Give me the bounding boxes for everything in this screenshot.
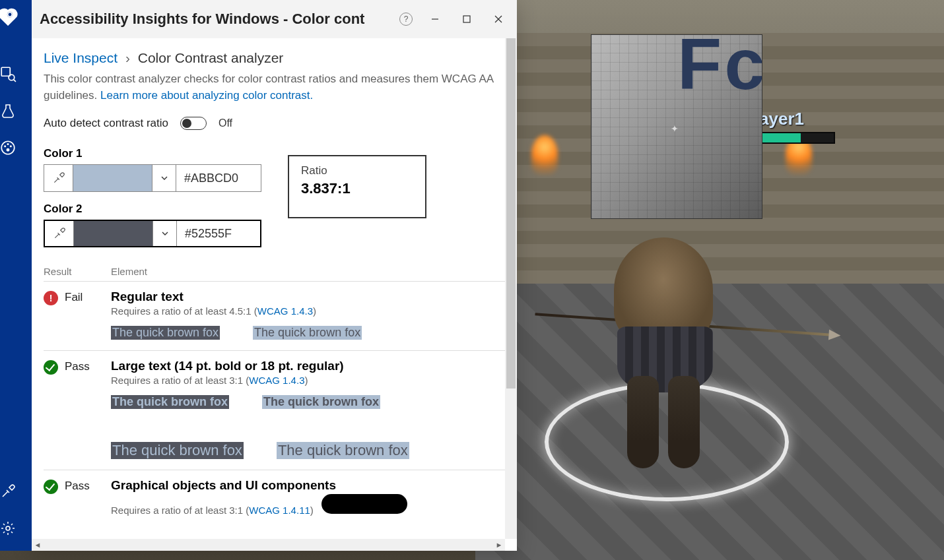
crosshair-icon: ✦: [671, 123, 679, 134]
player-hud: ayer1: [759, 109, 835, 144]
vertical-scrollbar[interactable]: [505, 38, 517, 539]
scroll-left-arrow-icon[interactable]: ◄: [32, 541, 44, 549]
sample-text: The quick brown fox: [262, 395, 380, 409]
sidebar-item-test[interactable]: [0, 96, 22, 125]
result-requirement: Requires a ratio of at least 3:1 (WCAG 1…: [111, 375, 506, 386]
result-row: ! Fail Regular text Requires a ratio of …: [44, 281, 506, 350]
close-button[interactable]: [485, 9, 512, 29]
result-status: Fail: [65, 291, 83, 304]
result-row: Pass Large text (14 pt. bold or 18 pt. r…: [44, 350, 506, 470]
sample-text: The quick brown fox: [111, 395, 229, 409]
content-area: Live Inspect › Color Contrast analyzer T…: [32, 38, 517, 551]
color1-swatch[interactable]: [73, 165, 152, 191]
minimize-button[interactable]: [422, 9, 448, 29]
breadcrumb-current: Color Contrast analyzer: [138, 50, 284, 65]
svg-point-8: [7, 143, 9, 145]
svg-rect-3: [1, 67, 10, 76]
magnified-text: Fc: [677, 34, 762, 106]
result-element-name: Graphical objects and UI components: [111, 478, 506, 493]
learn-more-link[interactable]: Learn more about analyzing color contras…: [100, 89, 313, 102]
color2-block: Color 2 #52555F: [44, 202, 261, 247]
redacted-pill: [321, 494, 407, 514]
auto-detect-row: Auto detect contrast ratio Off: [44, 117, 506, 130]
sample-text: The quick brown fox: [253, 326, 362, 340]
ratio-label: Ratio: [301, 164, 413, 177]
result-requirement: Requires a ratio of at least 3:1 (WCAG 1…: [111, 494, 506, 516]
titlebar: Accessibility Insights for Windows - Col…: [32, 0, 517, 38]
result-status: Pass: [65, 360, 90, 373]
sidebar-item-color-contrast[interactable]: [0, 133, 22, 162]
horizontal-scrollbar[interactable]: ◄ ►: [32, 539, 505, 551]
auto-detect-label: Auto detect contrast ratio: [44, 117, 168, 130]
result-row: Pass Graphical objects and UI components…: [44, 470, 506, 526]
help-icon[interactable]: ?: [399, 13, 413, 26]
svg-line-5: [14, 80, 16, 82]
player-character: [581, 211, 746, 468]
pass-icon: [44, 480, 58, 494]
auto-detect-toggle[interactable]: [180, 117, 207, 130]
results-header-row: Result Element: [44, 266, 506, 281]
maximize-button[interactable]: [454, 9, 480, 29]
sidebar-item-settings[interactable]: [0, 514, 22, 543]
pass-icon: [44, 360, 58, 375]
svg-point-9: [10, 145, 12, 147]
color2-hex-input[interactable]: #52555F: [177, 221, 260, 246]
app-window: Accessibility Insights for Windows - Col…: [32, 0, 517, 551]
header-element: Element: [111, 266, 506, 277]
scroll-right-arrow-icon[interactable]: ►: [493, 541, 505, 549]
color1-label: Color 1: [44, 147, 261, 160]
ratio-value: 3.837:1: [301, 180, 413, 197]
fail-icon: !: [44, 291, 58, 305]
results-table: Result Element ! Fail Regular text Requi…: [44, 266, 506, 526]
svg-rect-13: [463, 16, 470, 22]
sidebar: [0, 0, 32, 551]
header-result: Result: [44, 266, 111, 277]
color2-swatch[interactable]: [74, 221, 153, 246]
auto-detect-state: Off: [219, 117, 232, 129]
window-title: Accessibility Insights for Windows - Col…: [40, 11, 395, 28]
player-health-bar: [759, 132, 835, 144]
sample-text: The quick brown fox: [111, 326, 220, 340]
svg-point-4: [9, 75, 15, 80]
svg-point-10: [7, 148, 10, 152]
svg-point-11: [6, 526, 10, 530]
breadcrumb: Live Inspect › Color Contrast analyzer: [44, 50, 506, 66]
description-text: This color contrast analyzer checks for …: [44, 71, 506, 104]
color2-picker: #52555F: [44, 220, 261, 247]
result-element-name: Regular text: [111, 290, 506, 304]
breadcrumb-root-link[interactable]: Live Inspect: [44, 50, 118, 65]
chevron-right-icon: ›: [125, 50, 130, 65]
result-element-name: Large text (14 pt. bold or 18 pt. regula…: [111, 359, 506, 373]
ratio-box: Ratio 3.837:1: [288, 155, 426, 218]
color1-dropdown-button[interactable]: [152, 165, 176, 191]
result-requirement: Requires a ratio of at least 4.5:1 (WCAG…: [111, 305, 506, 317]
color1-block: Color 1 #ABBCD0: [44, 147, 261, 192]
color2-eyedropper-button[interactable]: [45, 221, 74, 246]
pixel-magnifier: Fc ✦: [591, 34, 762, 219]
color1-eyedropper-button[interactable]: [44, 165, 73, 191]
color1-picker: #ABBCD0: [44, 164, 261, 192]
sidebar-item-eyedropper[interactable]: [0, 477, 22, 506]
app-logo-icon: [0, 7, 19, 26]
color1-hex-input[interactable]: #ABBCD0: [176, 165, 259, 191]
torch-icon: [531, 135, 558, 175]
result-status: Pass: [65, 480, 90, 493]
sample-text: The quick brown fox: [277, 442, 409, 459]
wcag-link[interactable]: WCAG 1.4.3: [249, 375, 304, 386]
color2-dropdown-button[interactable]: [153, 221, 177, 246]
wcag-link[interactable]: WCAG 1.4.3: [257, 305, 313, 317]
color2-label: Color 2: [44, 202, 261, 216]
player-name-label: ayer1: [759, 109, 835, 129]
sample-text: The quick brown fox: [111, 442, 244, 459]
svg-point-7: [4, 145, 6, 147]
sidebar-item-inspect[interactable]: [0, 59, 22, 88]
wcag-link[interactable]: WCAG 1.4.11: [249, 505, 310, 516]
